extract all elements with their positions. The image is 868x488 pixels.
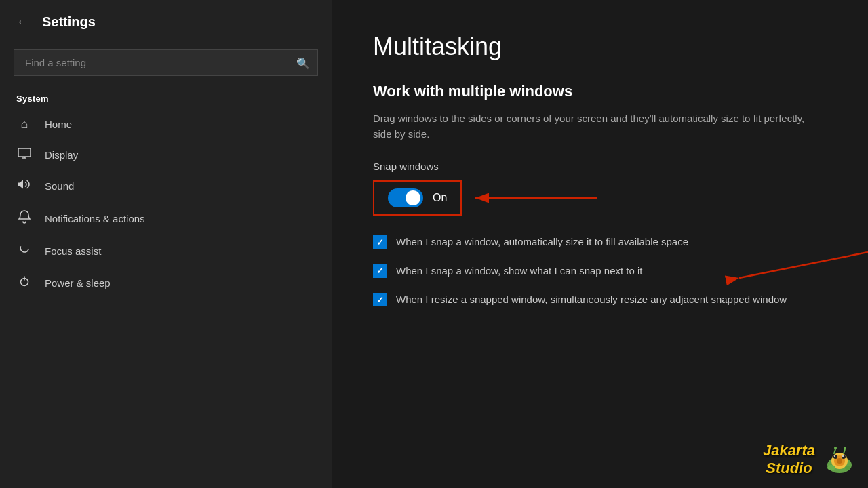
snap-windows-toggle[interactable] xyxy=(388,188,423,207)
watermark-mascot xyxy=(818,438,861,481)
toggle-row-wrapper: On xyxy=(373,180,462,216)
search-input[interactable] xyxy=(14,49,318,76)
checkbox-3[interactable]: ✓ xyxy=(373,293,387,306)
arrow-left-svg xyxy=(469,184,604,211)
checkbox-1-check: ✓ xyxy=(376,237,384,247)
sidebar-item-focus[interactable]: Focus assist xyxy=(0,235,332,267)
watermark-line2: Studio xyxy=(766,460,812,477)
checkbox-2-label: When I snap a window, show what I can sn… xyxy=(396,264,643,279)
page-title: Multitasking xyxy=(373,33,827,61)
checkbox-row-2: ✓ When I snap a window, show what I can … xyxy=(373,264,821,279)
sidebar: ← Settings 🔍 System ⌂ Home Display Sound… xyxy=(0,0,332,488)
svg-point-14 xyxy=(834,455,835,457)
checkbox-1-label: When I snap a window, automatically size… xyxy=(396,235,688,250)
svg-point-12 xyxy=(833,455,837,459)
checkbox-list: ✓ When I snap a window, automatically si… xyxy=(373,235,827,308)
checkbox-row-3: ✓ When I resize a snapped window, simult… xyxy=(373,292,821,308)
checkbox-2[interactable]: ✓ xyxy=(373,264,387,278)
svg-point-13 xyxy=(842,455,846,459)
watermark-text-block: Jakarta Studio xyxy=(763,442,815,477)
svg-point-16 xyxy=(834,447,837,449)
svg-rect-0 xyxy=(18,148,31,157)
sidebar-item-display[interactable]: Display xyxy=(0,140,332,170)
sidebar-item-notifications-label: Notifications & actions xyxy=(45,213,145,224)
notifications-icon xyxy=(16,210,33,227)
snap-windows-label: Snap windows xyxy=(373,161,827,172)
sidebar-header: ← Settings xyxy=(0,0,332,44)
toggle-row: On xyxy=(373,180,462,216)
sidebar-item-display-label: Display xyxy=(45,149,78,161)
sidebar-item-home[interactable]: ⌂ Home xyxy=(0,109,332,140)
main-content: Multitasking Work with multiple windows … xyxy=(332,0,868,488)
display-icon xyxy=(16,148,33,162)
sidebar-item-sound[interactable]: Sound xyxy=(0,170,332,202)
search-icon: 🔍 xyxy=(296,56,310,69)
watermark-line1: Jakarta xyxy=(763,442,815,460)
sidebar-item-home-label: Home xyxy=(45,119,72,130)
sidebar-item-notifications[interactable]: Notifications & actions xyxy=(0,202,332,235)
svg-point-9 xyxy=(837,458,842,464)
home-icon: ⌂ xyxy=(16,117,33,131)
watermark: Jakarta Studio xyxy=(763,438,861,481)
svg-point-10 xyxy=(827,465,835,470)
svg-point-15 xyxy=(842,455,844,457)
checkbox-3-check: ✓ xyxy=(376,295,384,305)
search-box-container: 🔍 xyxy=(14,49,318,76)
power-icon xyxy=(16,275,33,291)
back-button[interactable]: ← xyxy=(14,12,31,32)
sidebar-item-focus-label: Focus assist xyxy=(45,245,101,257)
sidebar-title: Settings xyxy=(42,14,96,30)
checkbox-1[interactable]: ✓ xyxy=(373,235,387,249)
toggle-state-label: On xyxy=(433,192,447,204)
svg-point-17 xyxy=(844,447,846,449)
sidebar-item-power[interactable]: Power & sleep xyxy=(0,267,332,299)
svg-point-11 xyxy=(845,466,850,470)
toggle-knob xyxy=(406,190,420,205)
mascot-icon xyxy=(821,442,859,477)
sidebar-item-sound-label: Sound xyxy=(45,180,74,192)
sidebar-item-power-label: Power & sleep xyxy=(45,277,111,289)
focus-icon xyxy=(16,243,33,259)
sound-icon xyxy=(16,178,33,194)
checkbox-2-check: ✓ xyxy=(376,266,384,276)
sidebar-section-system: System xyxy=(0,89,332,109)
checkbox-row-1: ✓ When I snap a window, automatically si… xyxy=(373,235,821,250)
section-title: Work with multiple windows xyxy=(373,83,827,100)
section-description: Drag windows to the sides or corners of … xyxy=(373,111,807,142)
checkbox-3-label: When I resize a snapped window, simultan… xyxy=(396,292,787,308)
